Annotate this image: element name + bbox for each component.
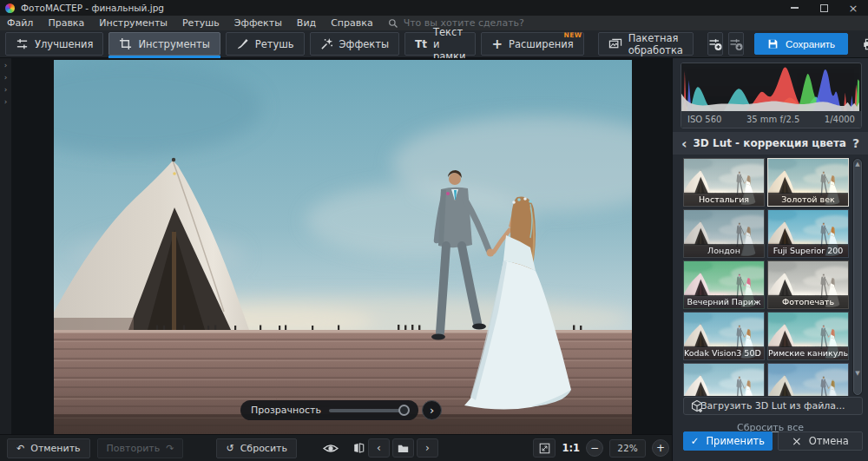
histogram-plot bbox=[681, 63, 859, 111]
preset-label: Лондон bbox=[684, 244, 764, 257]
preset-label: Фотопечать bbox=[768, 295, 848, 308]
close-button[interactable]: × bbox=[838, 0, 868, 16]
expand-chevron-icon[interactable]: › bbox=[4, 73, 8, 82]
back-chevron-icon[interactable]: ‹ bbox=[681, 135, 687, 152]
expand-overlay-button[interactable]: › bbox=[422, 400, 442, 420]
maximize-icon bbox=[820, 4, 828, 12]
printer-icon bbox=[862, 38, 868, 50]
zoom-controls: 1:1 − 22% + bbox=[533, 438, 669, 458]
lut-preset-roman-holiday[interactable]: Римские каникулы bbox=[767, 312, 849, 360]
expand-chevron-icon[interactable]: › bbox=[4, 61, 8, 69]
add-preset-button[interactable] bbox=[707, 32, 723, 56]
lut-preset-evening-paris[interactable]: Вечерний Париж bbox=[683, 260, 765, 309]
scrollbar-handle[interactable] bbox=[853, 159, 862, 395]
tab-extensions[interactable]: NEW + Расширения bbox=[481, 32, 583, 56]
recent-presets-button[interactable] bbox=[728, 32, 744, 56]
menu-help[interactable]: Справка bbox=[331, 17, 372, 29]
tab-text-frames[interactable]: Tt Текст и рамки bbox=[404, 32, 476, 56]
preset-label: Римские каникулы bbox=[768, 346, 848, 359]
menu-tools[interactable]: Инструменты bbox=[99, 17, 168, 29]
actual-size-button[interactable]: 1:1 bbox=[562, 442, 580, 454]
opacity-slider-handle[interactable] bbox=[398, 405, 410, 416]
cube-plus-icon bbox=[690, 399, 704, 416]
title-bar: ФотоМАСТЕР - финальный.jpg × bbox=[0, 0, 868, 16]
lut-preset-grid: Ностальгия Золотой век Лондон Fuji Super… bbox=[683, 158, 849, 396]
zoom-in-button[interactable]: + bbox=[652, 439, 669, 457]
undo-button[interactable]: ↶ Отменить bbox=[7, 438, 90, 458]
sliders-plus-icon bbox=[708, 37, 722, 51]
previous-image-button[interactable]: ‹ bbox=[368, 438, 390, 458]
lut-preset-london[interactable]: Лондон bbox=[683, 209, 765, 258]
crop-icon bbox=[119, 37, 132, 50]
lut-preset-nostalgia[interactable]: Ностальгия bbox=[683, 158, 765, 207]
menu-edit[interactable]: Правка bbox=[48, 17, 84, 29]
save-icon bbox=[767, 38, 779, 49]
plus-icon: + bbox=[491, 36, 503, 52]
tab-enhancements[interactable]: Улучшения bbox=[5, 32, 103, 56]
redo-icon: ↷ bbox=[166, 443, 174, 454]
right-panel: ISO 560 35 mm f/2.5 1/4000 ‹ 3D Lut - ко… bbox=[672, 58, 868, 461]
zoom-out-button[interactable]: − bbox=[586, 439, 603, 457]
opacity-slider-control: Прозрачность bbox=[240, 400, 418, 420]
zoom-level[interactable]: 22% bbox=[609, 439, 646, 458]
redo-button[interactable]: Повторить ↷ bbox=[97, 438, 184, 458]
photo-canvas bbox=[54, 60, 632, 434]
text-icon: Tt bbox=[415, 38, 427, 50]
maximize-button[interactable] bbox=[809, 0, 838, 16]
apply-button[interactable]: ✓ Применить bbox=[683, 431, 773, 451]
expand-chevron-icon[interactable]: › bbox=[4, 85, 8, 94]
open-folder-button[interactable] bbox=[392, 438, 414, 458]
lut-preset-partial[interactable] bbox=[767, 363, 849, 396]
panel-header: ‹ 3D Lut - коррекция цвета ? bbox=[673, 132, 868, 155]
undo-icon: ↶ bbox=[16, 443, 24, 454]
eye-icon bbox=[323, 443, 339, 454]
new-badge: NEW bbox=[563, 31, 582, 39]
expand-chevron-icon[interactable]: › bbox=[4, 97, 8, 106]
panel-title: 3D Lut - коррекция цвета bbox=[687, 137, 852, 149]
before-after-button[interactable] bbox=[349, 442, 369, 454]
reset-button[interactable]: ↺ Сбросить bbox=[216, 438, 296, 458]
preset-scrollbar[interactable]: ▲ ▼ bbox=[852, 158, 863, 396]
preset-label: Золотой век bbox=[768, 193, 848, 206]
help-button[interactable]: ? bbox=[852, 136, 859, 150]
save-button[interactable]: Сохранить bbox=[754, 33, 848, 55]
lut-preset-golden-age[interactable]: Золотой век bbox=[767, 158, 849, 207]
preset-label: Kodak Vision3 50D 5203 bbox=[684, 346, 764, 359]
shutter-value: 1/4000 bbox=[825, 115, 855, 124]
lut-preset-photo-print[interactable]: Фотопечать bbox=[767, 260, 849, 309]
photos-stack-icon bbox=[608, 37, 622, 50]
iso-value: ISO 560 bbox=[687, 115, 721, 124]
magic-wand-icon bbox=[320, 37, 333, 50]
opacity-label: Прозрачность bbox=[251, 405, 321, 416]
tab-retouch[interactable]: Ретушь bbox=[226, 32, 305, 56]
tab-effects[interactable]: Эффекты bbox=[310, 32, 400, 56]
folder-icon bbox=[398, 444, 409, 453]
preset-label: Fuji Superior 200 bbox=[768, 244, 848, 257]
image-nav-group: ‹ › bbox=[368, 438, 438, 458]
load-3dlut-button[interactable]: Загрузить 3D Lut из файла... bbox=[683, 397, 863, 415]
print-button[interactable]: Печать bbox=[853, 33, 868, 55]
menu-effects[interactable]: Эффекты bbox=[234, 17, 282, 29]
exif-strip: ISO 560 35 mm f/2.5 1/4000 bbox=[681, 111, 861, 128]
minimize-icon bbox=[791, 7, 799, 9]
show-original-button[interactable] bbox=[319, 443, 342, 454]
menu-view[interactable]: Вид bbox=[297, 17, 316, 29]
lut-preset-partial[interactable] bbox=[683, 363, 765, 396]
close-icon: × bbox=[792, 435, 802, 447]
toolbar: Улучшения Инструменты Ретушь Эффекты Tt … bbox=[0, 30, 868, 58]
opacity-slider[interactable] bbox=[329, 409, 408, 412]
app-logo-icon bbox=[5, 3, 15, 13]
fit-to-screen-button[interactable] bbox=[533, 438, 556, 458]
tab-tools[interactable]: Инструменты bbox=[108, 32, 220, 56]
cancel-button[interactable]: × Отмена bbox=[778, 431, 863, 451]
lut-preset-kodak-vision3[interactable]: Kodak Vision3 50D 5203 bbox=[683, 312, 765, 360]
check-icon: ✓ bbox=[691, 435, 700, 447]
collapsed-panel-rail: › › › › bbox=[0, 58, 11, 434]
next-image-button[interactable]: › bbox=[417, 438, 438, 458]
menu-retouch[interactable]: Ретушь bbox=[182, 17, 220, 29]
lut-preset-fuji-superior-200[interactable]: Fuji Superior 200 bbox=[767, 209, 849, 258]
menu-file[interactable]: Файл bbox=[7, 17, 33, 29]
sliders-download-icon bbox=[729, 37, 743, 51]
minimize-button[interactable] bbox=[779, 0, 809, 16]
batch-processing-button[interactable]: Пакетная обработка bbox=[598, 32, 694, 56]
